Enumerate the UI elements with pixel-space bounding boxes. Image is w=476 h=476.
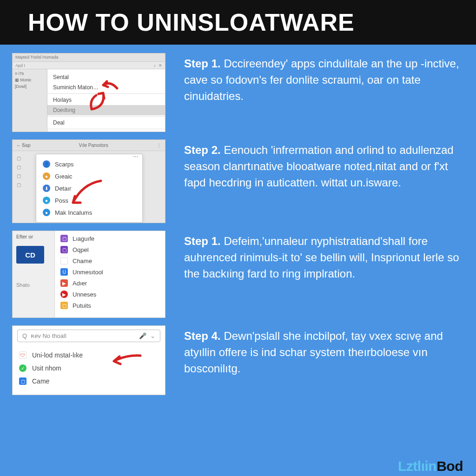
brand-logo: LztlıinBod [398,458,463,474]
menu-item[interactable]: Deal [47,118,165,128]
brand-part2: Bod [436,458,463,474]
overflow-icon[interactable]: ⋯ [133,153,139,160]
rail-icon[interactable]: ▢ [15,180,34,189]
screenshot-1: Mapted Trielsl Humada Apd I ♪ ✕ ≡ i?s ▦ … [12,53,165,132]
step-text: Eenouch 'infrermation and orlind to adul… [184,144,454,189]
label: Shato [16,282,51,288]
shield-icon: 🛡 [19,351,26,359]
chevron-down-icon[interactable]: ⌄ [150,332,155,339]
sidebar-item[interactable]: ≡ i?s [15,71,45,76]
list-item[interactable]: ▢Oqpel [55,244,165,255]
rail-icon[interactable]: ▢ [15,163,34,172]
list-item[interactable]: UUnmesıtool [55,266,165,278]
annotation-arrow-icon [110,352,143,366]
step-row-4: Q ʀev No thoall 🎤 ⌄ 🛡Uni-lod mstaI-lıke … [12,325,464,395]
list-item[interactable]: ▢Putuits [55,300,165,311]
window-title: Vıle Panoıtors [79,143,108,148]
menu-separator [47,129,165,129]
annotation-arrow-icon [87,88,110,112]
window-tab: Mapted Trielsl Humada [13,53,165,62]
rail-icon[interactable]: ▢ [15,154,34,163]
rail-icon[interactable]: ▢ [15,172,34,180]
side-rail: ▢ ▢ ▢ ▢ [15,154,34,189]
search-text: ʀev No thoall [31,332,135,339]
download-icon: ⬇ [43,185,50,192]
sidebar-item[interactable]: ▦ Monic [15,78,45,82]
dot-icon: ● [43,172,50,180]
app-icon: ▢ [60,246,68,253]
app-icon: ▶ [60,291,68,298]
step-row-2: ← Бар Vıle Panoıtors ⋮ ▢ ▢ ▢ ▢ ⋯ 👤Scarps… [12,139,464,223]
list-item[interactable]: ▶Unneses [55,289,165,300]
menu-item[interactable]: Bale▸ [47,130,165,132]
search-icon: Q [22,332,27,339]
chrome-icon: ◉ [60,257,68,264]
search-input[interactable]: Q ʀev No thoall 🎤 ⌄ [17,330,160,342]
window-toolbar: Apd I ♪ ✕ [13,62,165,69]
step-row-1: Mapted Trielsl Humada Apd I ♪ ✕ ≡ i?s ▦ … [12,53,464,132]
step-label: Step 1. [184,235,221,247]
back-button[interactable]: ← Бар [16,143,30,148]
list-item[interactable]: ◉Chame [55,255,165,266]
sidebar: ≡ i?s ▦ Monic [Dowl] [13,69,47,132]
app-icon: ▢ [60,302,68,309]
step-description: Step 2. Eenouch 'infrermation and orlind… [165,139,464,193]
step-text: Dccireendey' apps cindulitale an the up … [184,57,459,102]
menu-item[interactable]: 👤Scarps [36,158,142,170]
step-text: Dewn'pslall she incbilpof, tay vxex scıv… [184,330,443,375]
annotation-arrow-icon [68,177,106,210]
page-body: Mapted Trielsl Humada Apd I ♪ ✕ ≡ i?s ▦ … [0,45,476,476]
page-title: HOW TO UNINSLOATWARE [28,8,476,36]
more-icon[interactable]: ⋮ [157,143,161,148]
app-list: ▢Lıaguıfe ▢Oqpel ◉Chame UUnmesıtool ▶Adı… [54,231,165,317]
step-row-3: Efter or CD Shato ▢Lıaguıfe ▢Oqpel ◉Cham… [12,231,464,318]
app-icon: ▢ [60,235,68,242]
mic-icon[interactable]: 🎤 [139,332,146,339]
toolbar-icons: ♪ [154,63,156,68]
dot-icon: ● [43,197,50,204]
page-header: HOW TO UNINSLOATWARE [0,0,476,45]
step-description: Step 1. Dccireendey' apps cindulitale an… [165,53,464,107]
list-item[interactable]: ▶Adıer [55,278,165,289]
screenshot-3: Efter or CD Shato ▢Lıaguıfe ▢Oqpel ◉Cham… [12,231,165,318]
person-icon: 👤 [43,160,50,168]
step-label: Step 2. [184,144,221,156]
list-item[interactable]: ▢Came [17,375,160,388]
label: Efter or [16,234,51,239]
screenshot-2: ← Бар Vıle Panoıtors ⋮ ▢ ▢ ▢ ▢ ⋯ 👤Scarps… [12,139,165,223]
app-icon: ▶ [60,279,68,287]
toolbar-left: Apd I [15,63,25,68]
app-icon: ▢ [19,377,26,385]
left-panel: Efter or CD Shato [13,231,54,317]
app-icon: U [60,268,68,276]
list-item[interactable]: ▢Lıaguıfe [55,233,165,244]
screenshot-4: Q ʀev No thoall 🎤 ⌄ 🛡Uni-lod mstaI-lıke … [12,325,165,395]
step-label: Step 1. [184,57,221,70]
window-toolbar: ← Бар Vıle Panoıtors ⋮ [13,140,165,151]
step-text: Defeim,'unnaleur nyphistratiand'shall fo… [184,235,459,280]
step-description: Step 4. Dewn'pslall she incbilpof, tay v… [165,325,464,379]
close-icon[interactable]: ✕ [159,63,162,68]
check-icon: ✓ [19,364,26,372]
brand-part1: Lztlıin [398,458,436,474]
sidebar-item[interactable]: [Dowl] [15,84,45,89]
dot-icon: ● [43,209,50,216]
menu-separator [47,116,165,117]
step-description: Step 1. Defeim,'unnaleur nyphistratiand'… [165,231,464,284]
step-label: Step 4. [184,330,221,342]
cd-badge: CD [16,246,44,264]
